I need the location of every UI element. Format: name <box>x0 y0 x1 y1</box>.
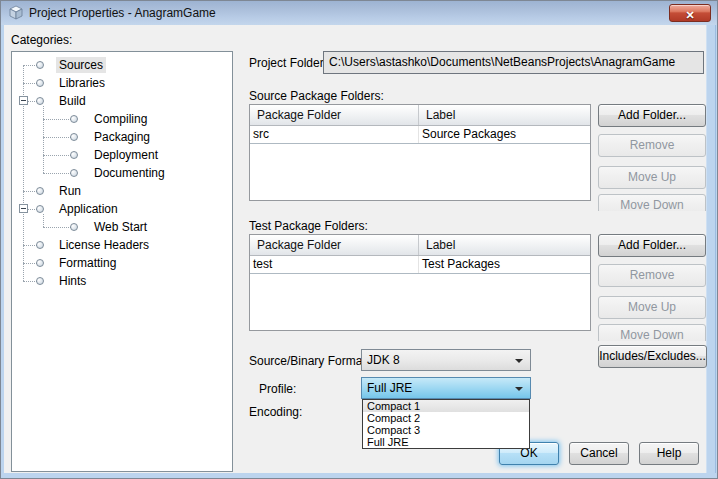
table-cell: Source Packages <box>419 126 590 143</box>
window-frame-bottom <box>1 473 718 479</box>
table-row[interactable]: srcSource Packages <box>250 126 590 144</box>
tree-item-label[interactable]: Compiling <box>91 111 150 127</box>
dropdown-option-compact-3[interactable]: Compact 3 <box>363 424 529 436</box>
collapse-minus-icon[interactable] <box>19 204 28 213</box>
project-folder-label: Project Folder: <box>249 56 327 70</box>
sidebar-item-hints[interactable]: Hints <box>12 272 232 290</box>
table-cell: src <box>250 126 419 143</box>
tree-item-label[interactable]: Application <box>56 201 121 217</box>
netbeans-cube-icon <box>8 5 24 21</box>
categories-tree: SourcesLibrariesBuildCompilingPackagingD… <box>12 52 232 471</box>
test-packages-label: Test Package Folders: <box>249 219 368 233</box>
tree-item-label[interactable]: Hints <box>56 273 89 289</box>
add-folder-button-test[interactable]: Add Folder... <box>598 234 706 257</box>
tree-item-label[interactable]: Packaging <box>91 129 153 145</box>
table-header-row: Package FolderLabel <box>250 105 590 126</box>
tree-item-label[interactable]: Libraries <box>56 75 108 91</box>
category-bullet-icon <box>36 187 44 195</box>
sidebar-item-libraries[interactable]: Libraries <box>12 74 232 92</box>
move-up-button-source[interactable]: Move Up <box>598 166 706 189</box>
sidebar-item-compiling[interactable]: Compiling <box>12 110 232 128</box>
tree-item-label[interactable]: Deployment <box>91 147 161 163</box>
dropdown-option-compact-1[interactable]: Compact 1 <box>363 400 529 412</box>
window-frame-right <box>706 25 718 479</box>
category-bullet-icon <box>36 241 44 249</box>
categories-tree-panel: SourcesLibrariesBuildCompilingPackagingD… <box>11 51 233 472</box>
window-title: Project Properties - AnagramGame <box>29 1 216 25</box>
tree-item-label[interactable]: License Headers <box>56 237 152 253</box>
column-header-label[interactable]: Label <box>419 105 590 125</box>
dropdown-option-full-jre[interactable]: Full JRE <box>363 436 529 448</box>
sidebar-item-documenting[interactable]: Documenting <box>12 164 232 182</box>
remove-button-source[interactable]: Remove <box>598 134 706 157</box>
profile-combobox[interactable]: Full JRE <box>361 377 531 399</box>
sidebar-item-build[interactable]: Build <box>12 92 232 110</box>
sidebar-item-web-start[interactable]: Web Start <box>12 218 232 236</box>
cancel-button[interactable]: Cancel <box>569 442 629 465</box>
profile-label: Profile: <box>259 382 296 396</box>
category-bullet-icon <box>36 259 44 267</box>
add-folder-button-source[interactable]: Add Folder... <box>598 104 706 127</box>
categories-label: Categories: <box>11 33 72 47</box>
category-bullet-icon <box>70 133 78 141</box>
profile-value: Full JRE <box>367 381 412 395</box>
sidebar-item-deployment[interactable]: Deployment <box>12 146 232 164</box>
sidebar-item-packaging[interactable]: Packaging <box>12 128 232 146</box>
includes-excludes-button[interactable]: Includes/Excludes... <box>598 345 707 368</box>
tree-item-label[interactable]: Build <box>56 93 89 109</box>
source-packages-label: Source Package Folders: <box>249 89 384 103</box>
move-down-button-test-clipped: Move Down <box>598 324 706 341</box>
collapse-minus-icon[interactable] <box>19 96 28 105</box>
category-bullet-icon <box>36 79 44 87</box>
category-bullet-icon <box>36 277 44 285</box>
test-packages-table[interactable]: Package FolderLabeltestTest Packages <box>249 234 591 331</box>
sidebar-item-application[interactable]: Application <box>12 200 232 218</box>
profile-dropdown-list: Compact 1Compact 2Compact 3Full JRE <box>362 399 530 449</box>
tree-item-label[interactable]: Formatting <box>56 255 119 271</box>
category-bullet-icon <box>36 61 44 69</box>
tree-item-label[interactable]: Run <box>56 183 84 199</box>
column-header-package-folder[interactable]: Package Folder <box>250 105 419 125</box>
move-up-button-test[interactable]: Move Up <box>598 296 706 319</box>
table-cell: Test Packages <box>419 256 590 273</box>
category-bullet-icon <box>70 151 78 159</box>
source-binary-format-value: JDK 8 <box>367 353 400 367</box>
project-properties-dialog: Project Properties - AnagramGame ✕ Categ… <box>0 0 718 479</box>
sidebar-item-sources[interactable]: Sources <box>12 56 232 74</box>
help-button[interactable]: Help <box>639 442 699 465</box>
source-binary-format-combobox[interactable]: JDK 8 <box>361 349 531 371</box>
column-header-label[interactable]: Label <box>419 235 590 255</box>
dropdown-option-compact-2[interactable]: Compact 2 <box>363 412 529 424</box>
category-bullet-icon <box>70 169 78 177</box>
close-button[interactable]: ✕ <box>669 4 711 22</box>
move-down-button-test[interactable]: Move Down <box>598 324 706 341</box>
title-bar[interactable]: Project Properties - AnagramGame ✕ <box>1 1 718 25</box>
chevron-down-icon <box>515 359 523 363</box>
table-header-row: Package FolderLabel <box>250 235 590 256</box>
chevron-down-icon <box>515 387 523 391</box>
table-row[interactable]: testTest Packages <box>250 256 590 274</box>
tree-item-label[interactable]: Sources <box>56 57 106 73</box>
category-bullet-icon <box>36 97 44 105</box>
close-icon: ✕ <box>685 9 694 21</box>
tree-item-label[interactable]: Web Start <box>91 219 150 235</box>
source-binary-format-label: Source/Binary Format: <box>249 354 369 368</box>
table-cell: test <box>250 256 419 273</box>
project-folder-field[interactable]: C:\Users\astashko\Documents\NetBeansProj… <box>323 51 704 74</box>
window-frame-left <box>1 25 4 479</box>
category-bullet-icon <box>70 115 78 123</box>
sidebar-item-formatting[interactable]: Formatting <box>12 254 232 272</box>
sidebar-item-run[interactable]: Run <box>12 182 232 200</box>
category-bullet-icon <box>36 205 44 213</box>
column-header-package-folder[interactable]: Package Folder <box>250 235 419 255</box>
remove-button-test[interactable]: Remove <box>598 264 706 287</box>
source-packages-table[interactable]: Package FolderLabelsrcSource Packages <box>249 104 591 201</box>
encoding-label: Encoding: <box>249 405 302 419</box>
sidebar-item-license-headers[interactable]: License Headers <box>12 236 232 254</box>
tree-item-label[interactable]: Documenting <box>91 165 168 181</box>
category-bullet-icon <box>70 223 78 231</box>
move-down-button-source[interactable]: Move Down <box>598 194 706 211</box>
move-down-button-source-clipped: Move Down <box>598 194 706 211</box>
